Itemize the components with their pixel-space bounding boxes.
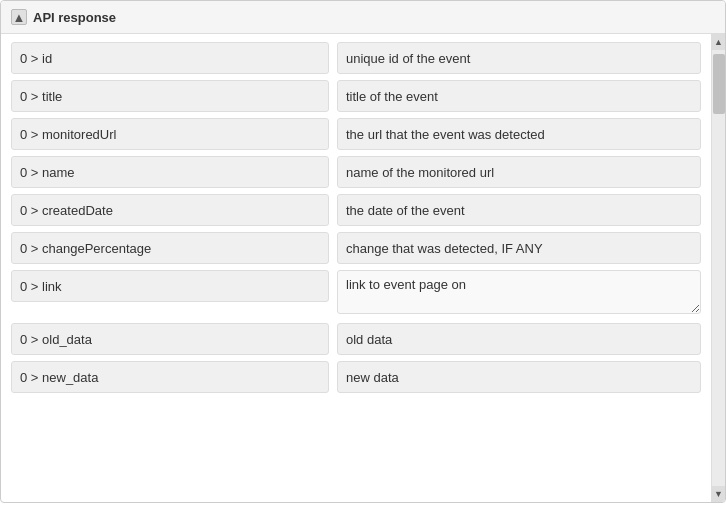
right-input[interactable] — [337, 194, 701, 226]
right-field — [337, 80, 701, 112]
left-field — [11, 118, 329, 150]
content-area: ▲ ▼ — [1, 34, 725, 502]
scroll-down-arrow[interactable]: ▼ — [712, 486, 726, 502]
left-field — [11, 42, 329, 74]
left-input[interactable] — [11, 323, 329, 355]
left-input[interactable] — [11, 361, 329, 393]
right-field — [337, 156, 701, 188]
right-input[interactable] — [337, 80, 701, 112]
right-input[interactable] — [337, 232, 701, 264]
table-row — [11, 323, 701, 355]
right-input[interactable] — [337, 156, 701, 188]
right-textarea[interactable] — [337, 270, 701, 314]
left-field — [11, 361, 329, 393]
right-field — [337, 270, 701, 317]
left-input[interactable] — [11, 80, 329, 112]
right-field — [337, 232, 701, 264]
right-input[interactable] — [337, 42, 701, 74]
api-response-container: ▲ API response ▲ ▼ — [0, 0, 726, 503]
scroll-track — [712, 50, 725, 486]
left-field — [11, 232, 329, 264]
left-field — [11, 194, 329, 226]
left-input[interactable] — [11, 156, 329, 188]
right-field — [337, 361, 701, 393]
rows-area — [1, 34, 711, 502]
table-row — [11, 42, 701, 74]
left-input[interactable] — [11, 194, 329, 226]
left-input[interactable] — [11, 118, 329, 150]
left-input[interactable] — [11, 232, 329, 264]
right-field — [337, 42, 701, 74]
right-field — [337, 323, 701, 355]
scroll-up-arrow[interactable]: ▲ — [712, 34, 726, 50]
table-row — [11, 156, 701, 188]
right-input[interactable] — [337, 361, 701, 393]
right-input[interactable] — [337, 323, 701, 355]
header-title: API response — [33, 10, 116, 25]
left-input[interactable] — [11, 270, 329, 302]
right-input[interactable] — [337, 118, 701, 150]
scrollbar: ▲ ▼ — [711, 34, 725, 502]
left-field — [11, 156, 329, 188]
left-field — [11, 270, 329, 302]
left-field — [11, 80, 329, 112]
table-row — [11, 80, 701, 112]
header: ▲ API response — [1, 1, 725, 34]
table-row — [11, 232, 701, 264]
right-field — [337, 194, 701, 226]
left-field — [11, 323, 329, 355]
table-row — [11, 270, 701, 317]
table-row — [11, 118, 701, 150]
table-row — [11, 361, 701, 393]
right-field — [337, 118, 701, 150]
left-input[interactable] — [11, 42, 329, 74]
scroll-thumb[interactable] — [713, 54, 725, 114]
table-row — [11, 194, 701, 226]
collapse-button[interactable]: ▲ — [11, 9, 27, 25]
